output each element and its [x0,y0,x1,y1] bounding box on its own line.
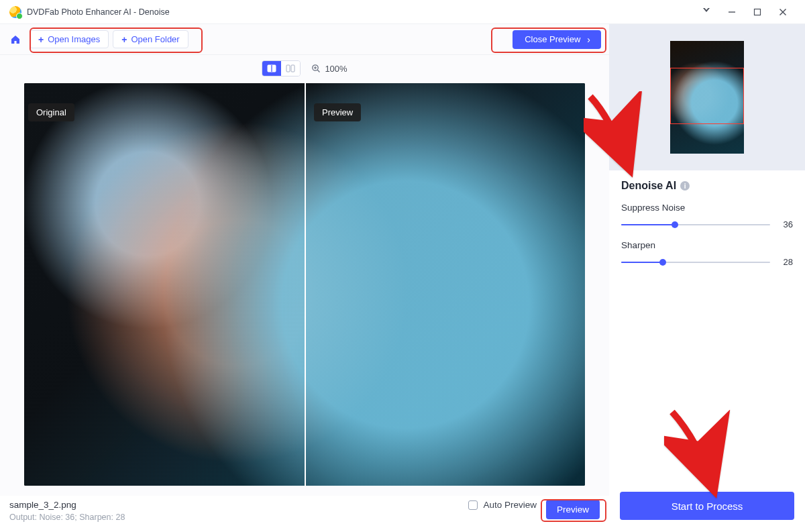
sharpen-control: Sharpen 28 [621,240,793,267]
image-canvas[interactable]: Original Preview [24,83,585,486]
sharpen-value: 28 [778,257,793,267]
open-folder-label: Open Folder [131,34,179,44]
checkbox-icon [468,500,478,510]
preview-button[interactable]: Preview [546,500,600,519]
magnifier-icon [311,64,321,73]
thumbnail-navigator[interactable] [609,24,805,170]
suppress-noise-value: 36 [778,219,793,229]
preview-tag: Preview [314,103,361,121]
maximize-button[interactable] [745,0,770,24]
app-logo-icon [9,6,21,18]
output-settings-label: Output: Noise: 36; Sharpen: 28 [9,513,125,522]
auto-preview-label: Auto Preview [483,500,537,510]
thumbnail-image [670,41,744,154]
plus-icon: + [121,35,127,44]
svg-rect-7 [291,65,294,72]
sharpen-label: Sharpen [621,240,793,250]
svg-line-9 [318,70,320,72]
sharpen-slider[interactable] [621,258,770,267]
split-view-button[interactable] [262,61,281,76]
original-tag: Original [28,103,74,121]
split-divider[interactable] [305,83,306,486]
suppress-noise-control: Suppress Noise 36 [621,203,793,229]
filename-label: sample_3_2.png [9,500,125,510]
svg-rect-6 [286,65,290,72]
chevron-right-icon: › [587,34,590,45]
home-button[interactable] [8,32,23,47]
titlebar: DVDFab Photo Enhancer AI - Denoise [0,0,805,24]
auto-preview-toggle[interactable]: Auto Preview [468,500,537,510]
svg-rect-1 [755,9,761,15]
view-options-bar: 100% [0,55,609,82]
suppress-noise-label: Suppress Noise [621,203,793,213]
zoom-control[interactable]: 100% [311,64,347,74]
noise-overlay [24,83,305,486]
zoom-value: 100% [325,64,347,74]
suppress-noise-slider[interactable] [621,220,770,229]
compare-mode-segment [262,60,301,76]
main-pane: + Open Images + Open Folder Close Previe… [0,24,609,532]
footer-bar: sample_3_2.png Output: Noise: 36; Sharpe… [0,496,609,532]
open-images-button[interactable]: + Open Images [30,30,109,48]
panel-title: Denoise AI [621,180,676,192]
download-queue-button[interactable] [694,0,719,24]
denoise-panel: Denoise AI i Suppress Noise 36 Sharpen [609,170,805,267]
sidebar: Denoise AI i Suppress Noise 36 Sharpen [609,24,805,532]
open-images-label: Open Images [48,34,100,44]
start-process-button[interactable]: Start to Process [620,492,794,520]
close-preview-button[interactable]: Close Preview › [513,30,601,49]
close-preview-label: Close Preview [525,34,580,44]
window-title: DVDFab Photo Enhancer AI - Denoise [27,7,170,17]
side-by-side-button[interactable] [281,61,300,76]
minimize-button[interactable] [719,0,745,24]
toolbar: + Open Images + Open Folder Close Previe… [0,24,609,55]
plus-icon: + [38,35,44,44]
info-icon[interactable]: i [680,181,690,191]
close-window-button[interactable] [770,0,796,24]
preview-area: Original Preview [0,82,609,496]
open-folder-button[interactable]: + Open Folder [113,30,188,48]
viewport-rect[interactable] [670,68,744,124]
